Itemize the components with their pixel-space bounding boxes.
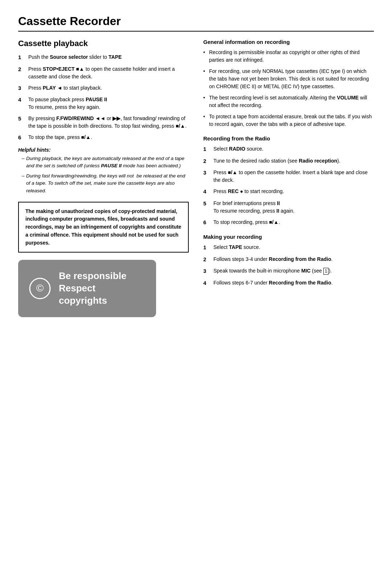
step-1: 1 Push the Source selector slider to TAP…: [18, 53, 189, 62]
making-recording-title: Making your recording: [203, 234, 374, 240]
radio-step-3: 3 Press ■/▲ to open the cassette holder.…: [203, 169, 374, 184]
bullet-3: The best recording level is set automati…: [203, 94, 374, 109]
radio-steps: 1 Select RADIO source. 2 Tune to the des…: [203, 145, 374, 226]
bullet-4: To protect a tape from accidental erasur…: [203, 113, 374, 128]
making-step-2: 2 Follows steps 3-4 under Recording from…: [203, 255, 374, 264]
general-info-section: General information on recording Recordi…: [203, 39, 374, 128]
recording-radio-title: Recording from the Radio: [203, 135, 374, 142]
copyright-logo-text: Be responsible Respect copyrights: [59, 270, 145, 307]
radio-step-1: 1 Select RADIO source.: [203, 145, 374, 153]
recording-radio-section: Recording from the Radio 1 Select RADIO …: [203, 135, 374, 226]
step-2: 2 Press STOP•EJECT ■▲ to open the casset…: [18, 65, 189, 81]
hint-2: During fast forwarding/rewinding, the ke…: [22, 172, 189, 195]
making-step-1: 1 Select TAPE source.: [203, 243, 374, 252]
step-5: 5 By pressing F.FWD/REWIND ◄◄ or ▶▶, fas…: [18, 115, 189, 130]
copyright-logo-box: © Be responsible Respect copyrights: [18, 260, 156, 317]
section-title-playback: Cassette playback: [18, 39, 189, 48]
svg-text:©: ©: [36, 282, 44, 294]
radio-step-2: 2 Tune to the desired radio station (see…: [203, 157, 374, 165]
general-bullets: Recording is permissible insofar as copy…: [203, 49, 374, 128]
making-step-4: 4 Follows steps 6-7 under Recording from…: [203, 279, 374, 287]
step-3: 3 Press PLAY ◄ to start playback.: [18, 84, 189, 93]
making-steps: 1 Select TAPE source. 2 Follows steps 3-…: [203, 243, 374, 287]
general-info-title: General information on recording: [203, 39, 374, 45]
bullet-2: For recording, use only NORMAL type cass…: [203, 67, 374, 90]
radio-step-6: 6 To stop recording, press ■/▲.: [203, 218, 374, 227]
radio-step-5: 5 For brief interruptions press IITo res…: [203, 200, 374, 215]
step-6: 6 To stop the tape, press ■/▲.: [18, 134, 189, 142]
bullet-1: Recording is permissible insofar as copy…: [203, 49, 374, 64]
playback-steps: 1 Push the Source selector slider to TAP…: [18, 53, 189, 142]
making-recording-section: Making your recording 1 Select TAPE sour…: [203, 234, 374, 287]
hints-list: During playback, the keys are automatica…: [18, 155, 189, 195]
left-column: Cassette playback 1 Push the Source sele…: [18, 39, 189, 317]
copyright-circle-icon: ©: [29, 278, 51, 299]
copyright-text-box: The making of unauthorized copies of cop…: [18, 202, 189, 253]
right-column: General information on recording Recordi…: [203, 39, 374, 317]
hints-title: Helpful hints:: [18, 147, 189, 153]
page-title: Cassette Recorder: [18, 15, 374, 32]
making-step-3: 3 Speak towards the built-in microphone …: [203, 267, 374, 275]
hint-1: During playback, the keys are automatica…: [22, 155, 189, 170]
radio-step-4: 4 Press REC ● to start recording.: [203, 188, 374, 196]
step-4: 4 To pause playback press PAUSE IITo res…: [18, 96, 189, 111]
boxed-num-1: 1: [323, 268, 329, 275]
